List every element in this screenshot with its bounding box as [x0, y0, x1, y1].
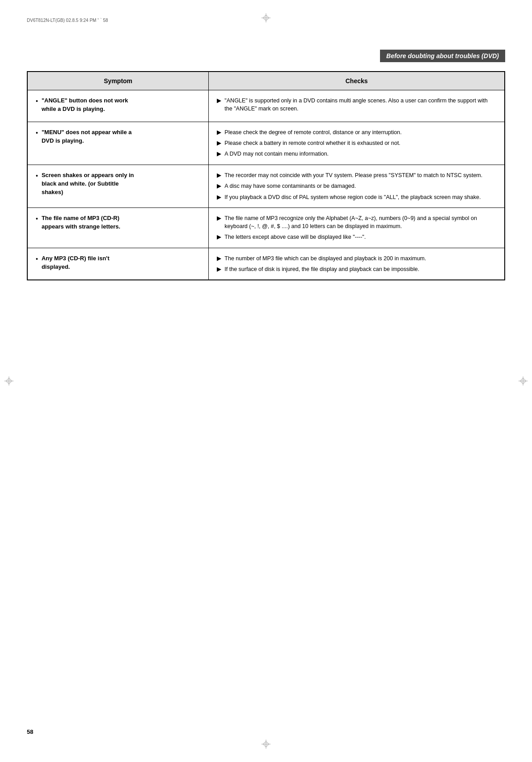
bullet-icon: •	[36, 254, 38, 264]
page-title: Before doubting about troubles (DVD)	[380, 50, 505, 62]
symptom-text-4: Any MP3 (CD-R) file isn'tdisplayed.	[42, 254, 110, 271]
check-entry-1-0: ▶Please check the degree of remote contr…	[217, 128, 496, 136]
check-text-4-1: If the surface of disk is injured, the f…	[224, 265, 419, 273]
bullet-icon: •	[36, 128, 38, 138]
table-row: •"MENU" does not appear while aDVD is pl…	[27, 122, 505, 165]
check-text-1-1: Please check a battery in remote control…	[224, 139, 400, 147]
check-text-2-0: The recorder may not coincide with your …	[224, 171, 482, 179]
crosshair-left-icon	[4, 377, 13, 385]
arrow-icon: ▶	[217, 172, 221, 179]
bullet-icon: •	[36, 171, 38, 181]
symptom-text-3: The file name of MP3 (CD-R)appears with …	[42, 214, 120, 231]
col-header-symptom: Symptom	[27, 72, 209, 90]
symptom-text-0: "ANGLE" button does not workwhile a DVD …	[42, 97, 128, 114]
check-entry-1-2: ▶A DVD may not contain menu information.	[217, 150, 496, 158]
checks-cell-1: ▶Please check the degree of remote contr…	[209, 122, 505, 165]
check-text-1-0: Please check the degree of remote contro…	[224, 128, 401, 136]
check-entry-2-0: ▶The recorder may not coincide with your…	[217, 171, 496, 179]
arrow-icon: ▶	[217, 150, 221, 158]
check-entry-1-1: ▶Please check a battery in remote contro…	[217, 139, 496, 147]
check-entry-3-1: ▶The letters except above case will be d…	[217, 233, 496, 241]
symptom-item-4: •Any MP3 (CD-R) file isn'tdisplayed.	[36, 254, 200, 271]
symptom-item-2: •Screen shakes or appears only inblack a…	[36, 171, 200, 197]
table-row: •Any MP3 (CD-R) file isn'tdisplayed.▶The…	[27, 248, 505, 280]
arrow-icon: ▶	[217, 233, 221, 241]
arrow-icon: ▶	[217, 215, 221, 222]
symptom-cell-1: •"MENU" does not appear while aDVD is pl…	[27, 122, 209, 165]
symptom-cell-4: •Any MP3 (CD-R) file isn'tdisplayed.	[27, 248, 209, 280]
checks-cell-4: ▶The number of MP3 file which can be dis…	[209, 248, 505, 280]
title-banner: Before doubting about troubles (DVD)	[27, 50, 505, 62]
check-text-2-2: If you playback a DVD disc of PAL system…	[224, 193, 481, 201]
bullet-icon: •	[36, 214, 38, 224]
symptom-item-0: •"ANGLE" button does not workwhile a DVD…	[36, 97, 200, 114]
symptom-item-1: •"MENU" does not appear while aDVD is pl…	[36, 128, 200, 145]
symptom-text-2: Screen shakes or appears only inblack an…	[42, 171, 134, 197]
symptom-item-3: •The file name of MP3 (CD-R)appears with…	[36, 214, 200, 231]
symptom-text-1: "MENU" does not appear while aDVD is pla…	[42, 128, 132, 145]
page-container: DV6T812N-LT(GB) 02.8.5 9:24 PM ˘ ` 58 Be…	[0, 0, 532, 762]
table-row: •"ANGLE" button does not workwhile a DVD…	[27, 90, 505, 122]
arrow-icon: ▶	[217, 140, 221, 147]
check-entry-0-0: ▶"ANGLE" is supported only in a DVD cont…	[217, 97, 496, 113]
arrow-icon: ▶	[217, 97, 221, 105]
symptom-cell-3: •The file name of MP3 (CD-R)appears with…	[27, 208, 209, 248]
col-header-checks: Checks	[209, 72, 505, 90]
check-entry-4-0: ▶The number of MP3 file which can be dis…	[217, 254, 496, 262]
check-text-3-0: The file name of MP3 recognize only the …	[224, 214, 496, 230]
checks-cell-2: ▶The recorder may not coincide with your…	[209, 165, 505, 207]
check-entry-3-0: ▶The file name of MP3 recognize only the…	[217, 214, 496, 230]
check-entry-4-1: ▶If the surface of disk is injured, the …	[217, 265, 496, 273]
trouble-table: Symptom Checks •"ANGLE" button does not …	[27, 71, 505, 280]
check-entry-2-1: ▶A disc may have some contaminants or be…	[217, 182, 496, 190]
check-text-3-1: The letters except above case will be di…	[224, 233, 366, 241]
crosshair-bottom-icon	[262, 740, 270, 749]
check-text-2-1: A disc may have some contaminants or be …	[224, 182, 356, 190]
arrow-icon: ▶	[217, 266, 221, 273]
checks-cell-3: ▶The file name of MP3 recognize only the…	[209, 208, 505, 248]
bullet-icon: •	[36, 97, 38, 106]
arrow-icon: ▶	[217, 255, 221, 262]
check-text-1-2: A DVD may not contain menu information.	[224, 150, 329, 158]
crosshair-right-icon	[519, 377, 528, 385]
page-number: 58	[27, 728, 33, 735]
check-text-0-0: "ANGLE" is supported only in a DVD conta…	[224, 97, 496, 113]
table-row: •Screen shakes or appears only inblack a…	[27, 165, 505, 207]
check-entry-2-2: ▶If you playback a DVD disc of PAL syste…	[217, 193, 496, 201]
crosshair-top-icon	[262, 13, 270, 22]
arrow-icon: ▶	[217, 182, 221, 190]
table-row: •The file name of MP3 (CD-R)appears with…	[27, 208, 505, 248]
symptom-cell-2: •Screen shakes or appears only inblack a…	[27, 165, 209, 207]
symptom-cell-0: •"ANGLE" button does not workwhile a DVD…	[27, 90, 209, 122]
checks-cell-0: ▶"ANGLE" is supported only in a DVD cont…	[209, 90, 505, 122]
arrow-icon: ▶	[217, 129, 221, 136]
arrow-icon: ▶	[217, 194, 221, 201]
check-text-4-0: The number of MP3 file which can be disp…	[224, 254, 426, 262]
